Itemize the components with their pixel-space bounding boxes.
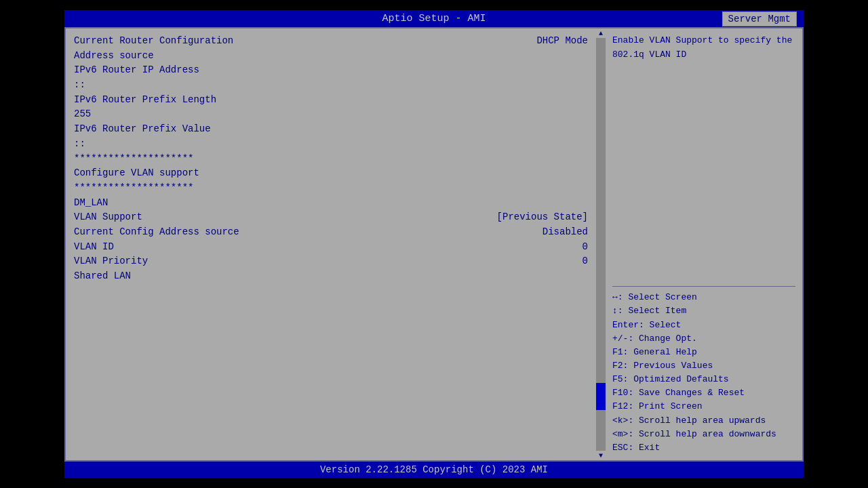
- row-value: Disabled: [542, 225, 588, 240]
- shortcut-item-10: <m>: Scroll help area downwards: [612, 428, 795, 441]
- shortcut-action: Exit: [639, 443, 660, 453]
- config-row-13: *********************: [74, 152, 588, 167]
- shortcut-action: Save Changes & Reset: [639, 388, 745, 398]
- shortcut-key: <k>:: [612, 415, 639, 426]
- shortcut-action: Previous Values: [633, 361, 713, 371]
- row-label: IPv6 Router IP Address: [74, 63, 199, 78]
- shortcut-key: ESC:: [612, 443, 639, 453]
- shortcut-key: Enter:: [612, 320, 650, 330]
- shortcut-key: F12:: [612, 401, 639, 411]
- footer-text: Version 2.22.1285 Copyright (C) 2023 AMI: [320, 464, 548, 475]
- config-row-7: 255: [74, 107, 588, 122]
- shortcut-action: Optimized Defaults: [633, 374, 728, 384]
- row-label: VLAN ID: [74, 240, 114, 255]
- row-label: *********************: [74, 152, 193, 167]
- config-row-17: DM_LAN: [74, 196, 588, 211]
- config-row-22: VLAN Priority0: [74, 254, 588, 269]
- shortcut-item-5: F2: Previous Values: [612, 359, 795, 373]
- footer-bar: Version 2.22.1285 Copyright (C) 2023 AMI: [64, 462, 804, 478]
- shortcut-item-8: F12: Print Screen: [612, 400, 795, 413]
- row-label: Current Router Configuration: [74, 34, 233, 49]
- config-row-10: ::: [74, 137, 588, 152]
- row-label: ::: [74, 137, 85, 152]
- shortcut-item-6: F5: Optimized Defaults: [612, 373, 795, 386]
- row-value: 0: [583, 240, 588, 255]
- shortcut-action: Scroll help area downwards: [639, 429, 776, 439]
- shortcut-item-9: <k>: Scroll help area upwards: [612, 414, 795, 428]
- row-label: Configure VLAN support: [74, 166, 199, 181]
- config-row-1: Address source: [74, 49, 588, 64]
- scroll-track: [596, 38, 606, 451]
- shortcut-key: F5:: [612, 374, 633, 384]
- shortcut-key: +/-:: [612, 333, 639, 344]
- shortcut-key: ↔:: [612, 292, 628, 302]
- config-row-24: Shared LAN: [74, 269, 588, 284]
- shortcut-action: Select: [650, 320, 682, 330]
- scroll-thumb: [596, 383, 606, 410]
- divider: [612, 286, 795, 287]
- title-bar: Aptio Setup - AMI Server Mgmt: [64, 10, 804, 27]
- config-row-4: ::: [74, 78, 588, 93]
- shortcut-action: General Help: [633, 347, 697, 357]
- shortcut-key: <m>:: [612, 429, 639, 439]
- config-row-19: VLAN Support[Previous State]: [74, 210, 588, 225]
- config-row-20: Current Config Address sourceDisabled: [74, 225, 588, 240]
- row-label: IPv6 Router Prefix Length: [74, 93, 216, 108]
- shortcut-item-7: F10: Save Changes & Reset: [612, 386, 795, 400]
- config-row-6: IPv6 Router Prefix Length: [74, 93, 588, 108]
- app-title: Aptio Setup - AMI: [382, 13, 486, 24]
- row-value: DHCP Mode: [536, 34, 588, 49]
- row-label: VLAN Priority: [74, 254, 148, 269]
- scroll-down-arrow[interactable]: ▼: [596, 451, 606, 460]
- help-text: Enable VLAN Support to specify the 802.1…: [612, 34, 795, 282]
- server-mgmt-button[interactable]: Server Mgmt: [722, 12, 797, 26]
- shortcut-item-0: ↔: Select Screen: [612, 291, 795, 304]
- right-panel: Enable VLAN Support to specify the 802.1…: [606, 28, 802, 460]
- row-label: *********************: [74, 181, 193, 196]
- shortcut-action: Print Screen: [639, 401, 703, 411]
- row-label: DM_LAN: [74, 196, 108, 211]
- row-label: Shared LAN: [74, 269, 131, 284]
- row-label: ::: [74, 78, 85, 93]
- shortcut-key: F10:: [612, 388, 639, 398]
- shortcut-item-4: F1: General Help: [612, 346, 795, 359]
- left-panel: Current Router ConfigurationDHCP ModeAdd…: [66, 28, 596, 460]
- row-label: 255: [74, 107, 91, 122]
- shortcut-item-11: ESC: Exit: [612, 441, 795, 455]
- scroll-up-arrow[interactable]: ▲: [596, 28, 606, 38]
- row-label: VLAN Support: [74, 210, 142, 225]
- shortcut-action: Select Item: [628, 306, 686, 316]
- shortcut-key: ↕:: [612, 306, 628, 316]
- row-label: Address source: [74, 49, 154, 64]
- row-value: 0: [583, 254, 588, 269]
- shortcut-item-3: +/-: Change Opt.: [612, 332, 795, 346]
- shortcut-key: F1:: [612, 347, 633, 357]
- config-row-15: *********************: [74, 181, 588, 196]
- config-row-9: IPv6 Router Prefix Value: [74, 122, 588, 137]
- shortcut-list: ↔: Select Screen↕: Select ItemEnter: Sel…: [612, 291, 795, 455]
- config-row-3: IPv6 Router IP Address: [74, 63, 588, 78]
- shortcut-item-2: Enter: Select: [612, 319, 795, 332]
- shortcut-key: F2:: [612, 361, 633, 371]
- config-row-21: VLAN ID0: [74, 240, 588, 255]
- row-label: IPv6 Router Prefix Value: [74, 122, 211, 137]
- row-label: Current Config Address source: [74, 225, 239, 240]
- shortcut-action: Select Screen: [628, 292, 696, 302]
- config-row-0: Current Router ConfigurationDHCP Mode: [74, 34, 588, 49]
- scrollbar[interactable]: ▲ ▼: [596, 28, 606, 460]
- shortcut-item-1: ↕: Select Item: [612, 304, 795, 318]
- shortcut-action: Scroll help area upwards: [639, 415, 766, 426]
- shortcut-action: Change Opt.: [639, 333, 697, 344]
- config-row-14: Configure VLAN support: [74, 166, 588, 181]
- row-value: [Previous State]: [497, 210, 588, 225]
